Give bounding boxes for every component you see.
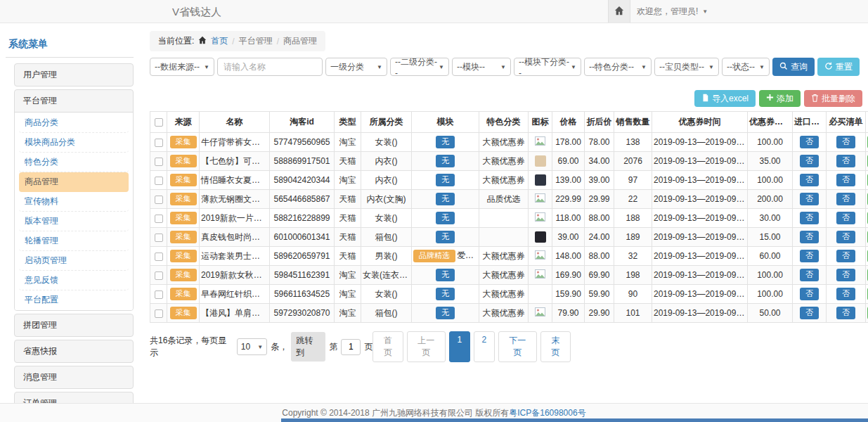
- filter-select[interactable]: --模块--▼: [452, 58, 511, 76]
- import-excel-label: 导入excel: [712, 93, 749, 105]
- reset-button[interactable]: 重置: [817, 58, 860, 76]
- page-button[interactable]: 末页: [540, 331, 571, 362]
- module-badge[interactable]: 无: [436, 307, 455, 319]
- checkbox[interactable]: [155, 139, 163, 147]
- module-badge[interactable]: 无: [436, 174, 455, 186]
- import-pick-toggle[interactable]: 否: [800, 212, 819, 224]
- source-badge[interactable]: 采集: [170, 250, 197, 262]
- checkbox[interactable]: [155, 215, 163, 223]
- source-badge[interactable]: 采集: [170, 269, 197, 281]
- module-badge[interactable]: 品牌精选: [413, 250, 455, 262]
- sidebar-group-header[interactable]: 用户管理: [15, 64, 133, 86]
- icp-link[interactable]: 粤ICP备16098006号: [509, 407, 585, 419]
- cell-module: 无: [412, 190, 479, 209]
- must-buy-toggle[interactable]: 否: [836, 288, 855, 300]
- sidebar-group-header[interactable]: 平台管理: [15, 90, 133, 112]
- page-button[interactable]: 上一页: [407, 331, 446, 362]
- import-pick-toggle[interactable]: 否: [800, 193, 819, 205]
- page-button[interactable]: 2: [474, 331, 495, 362]
- per-page-select[interactable]: 10 ▼: [237, 338, 267, 355]
- sidebar-group-header[interactable]: 拼团管理: [15, 314, 133, 336]
- cell-sales: 138: [614, 133, 652, 152]
- must-buy-toggle[interactable]: 否: [836, 174, 855, 186]
- checkbox[interactable]: [155, 118, 163, 127]
- source-badge[interactable]: 采集: [170, 174, 197, 186]
- sidebar-group-header[interactable]: 消息管理: [15, 366, 133, 388]
- name-search-input[interactable]: [217, 58, 323, 76]
- import-pick-toggle[interactable]: 否: [800, 231, 819, 243]
- sidebar-item[interactable]: 特色分类: [19, 153, 129, 172]
- page-button[interactable]: 1: [449, 331, 470, 362]
- filter-select[interactable]: --状态--▼: [722, 58, 770, 76]
- module-badge[interactable]: 无: [436, 193, 455, 205]
- checkbox[interactable]: [155, 234, 163, 242]
- source-badge[interactable]: 采集: [170, 193, 197, 205]
- import-pick-toggle[interactable]: 否: [800, 136, 819, 148]
- breadcrumb-home-link[interactable]: 首页: [211, 35, 228, 47]
- batch-delete-button[interactable]: 批量删除: [804, 90, 862, 107]
- checkbox[interactable]: [155, 196, 163, 204]
- checkbox[interactable]: [155, 290, 163, 299]
- source-badge[interactable]: 采集: [170, 136, 197, 148]
- source-badge[interactable]: 采集: [170, 155, 197, 167]
- page-button[interactable]: 首页: [373, 331, 403, 362]
- sidebar-item[interactable]: 宣传物料: [19, 192, 129, 212]
- cell-name: 情侣睡衣女夏丝绸男士...: [200, 171, 270, 190]
- import-pick-toggle[interactable]: 否: [800, 288, 819, 300]
- sidebar-item[interactable]: 商品管理: [19, 172, 129, 192]
- import-pick-toggle[interactable]: 否: [800, 307, 819, 319]
- data-source-select[interactable]: --数据来源-- ▼: [150, 58, 214, 76]
- filter-select[interactable]: 一级分类▼: [325, 58, 387, 76]
- source-badge[interactable]: 采集: [170, 212, 197, 224]
- checkbox[interactable]: [155, 252, 163, 261]
- import-pick-toggle[interactable]: 否: [800, 155, 819, 167]
- checkbox[interactable]: [155, 177, 163, 185]
- module-badge[interactable]: 无: [436, 269, 455, 281]
- must-buy-toggle[interactable]: 否: [836, 155, 855, 167]
- checkbox[interactable]: [155, 271, 163, 280]
- sidebar-group-header[interactable]: 省惠快报: [15, 340, 133, 362]
- search-button[interactable]: 查询: [772, 58, 815, 76]
- filter-select[interactable]: --特色分类--▼: [584, 58, 652, 76]
- sidebar-item[interactable]: 轮播管理: [19, 231, 129, 251]
- sidebar-item[interactable]: 启动页管理: [19, 251, 129, 271]
- user-menu[interactable]: 欢迎您，管理员! ▼: [637, 0, 708, 23]
- must-buy-toggle[interactable]: 否: [836, 269, 855, 281]
- module-badge[interactable]: 无: [436, 212, 455, 224]
- filter-select[interactable]: --模块下分类--▼: [514, 58, 581, 76]
- must-buy-toggle[interactable]: 否: [836, 193, 855, 205]
- home-button[interactable]: [608, 0, 630, 23]
- sidebar-item[interactable]: 版本管理: [19, 212, 129, 231]
- import-pick-toggle[interactable]: 否: [800, 250, 819, 262]
- filter-select[interactable]: --宝贝类型--▼: [654, 58, 719, 76]
- must-buy-toggle[interactable]: 否: [836, 136, 855, 148]
- must-buy-toggle[interactable]: 否: [836, 231, 855, 243]
- must-buy-toggle[interactable]: 否: [836, 250, 855, 262]
- source-badge[interactable]: 采集: [170, 288, 197, 300]
- must-buy-toggle[interactable]: 否: [836, 307, 855, 319]
- sidebar-item[interactable]: 商品分类: [19, 113, 129, 133]
- module-badge[interactable]: 无: [436, 231, 455, 243]
- import-pick-toggle[interactable]: 否: [800, 269, 819, 281]
- sidebar-item[interactable]: 平台配置: [19, 290, 129, 309]
- checkbox[interactable]: [155, 309, 163, 318]
- jump-button[interactable]: 跳转到: [291, 332, 325, 362]
- chevron-down-icon: ▼: [571, 64, 576, 70]
- must-buy-toggle[interactable]: 否: [836, 212, 855, 224]
- source-badge[interactable]: 采集: [170, 307, 197, 319]
- module-badge[interactable]: 无: [436, 155, 455, 167]
- page-number-input[interactable]: [341, 339, 361, 355]
- sidebar-item[interactable]: 模块商品分类: [19, 133, 129, 153]
- sidebar-item[interactable]: 意见反馈: [19, 271, 129, 290]
- module-badge[interactable]: 无: [436, 136, 455, 148]
- checkbox[interactable]: [155, 158, 163, 166]
- module-badge[interactable]: 无: [436, 288, 455, 300]
- cell-coupon-amount: 100.00: [748, 285, 793, 304]
- import-pick-toggle[interactable]: 否: [800, 174, 819, 186]
- filter-select[interactable]: --二级分类--▼: [390, 58, 449, 76]
- page-button[interactable]: 下一页: [498, 331, 537, 362]
- import-excel-button[interactable]: 导入excel: [694, 90, 756, 107]
- cell-icon: [529, 266, 552, 285]
- source-badge[interactable]: 采集: [170, 231, 197, 243]
- add-button[interactable]: 添加: [759, 90, 801, 107]
